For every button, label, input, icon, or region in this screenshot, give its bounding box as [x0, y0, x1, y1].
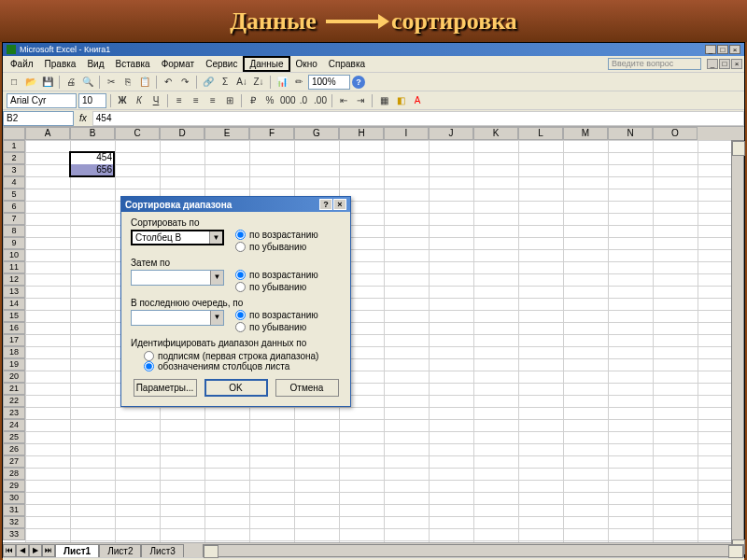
sheet-tab-1[interactable]: Лист1 [55, 544, 99, 557]
col-header[interactable]: B [70, 127, 115, 140]
col-header[interactable]: A [25, 127, 70, 140]
chart-icon[interactable]: 📊 [275, 75, 289, 90]
comma-icon[interactable]: 000 [279, 93, 294, 108]
row-header[interactable]: 17 [3, 334, 25, 346]
row-header[interactable]: 4 [3, 176, 25, 189]
row-header[interactable]: 23 [3, 407, 25, 419]
row-header[interactable]: 32 [3, 516, 25, 528]
row-header[interactable]: 2 [3, 152, 25, 164]
undo-icon[interactable]: ↶ [161, 75, 176, 90]
align-center-icon[interactable]: ≡ [189, 93, 204, 108]
row-header[interactable]: 8 [3, 225, 25, 237]
sort-asc-icon[interactable]: A↓ [234, 75, 249, 90]
row-header[interactable]: 7 [3, 213, 25, 225]
spreadsheet-grid[interactable]: A B C D E F G H I J K L M N O 1234567891… [3, 127, 744, 542]
row-header[interactable]: 27 [3, 455, 25, 468]
ok-button[interactable]: OK [204, 379, 268, 397]
row-header[interactable]: 12 [3, 273, 25, 286]
maximize-button[interactable]: □ [717, 45, 728, 54]
sort3-desc-radio[interactable]: по убыванию [235, 322, 318, 332]
row-header[interactable]: 30 [3, 492, 25, 504]
close-button[interactable]: × [729, 45, 740, 54]
menu-window[interactable]: Окно [290, 57, 323, 71]
help-icon[interactable]: ? [352, 76, 365, 89]
inc-decimal-icon[interactable]: .0 [296, 93, 311, 108]
sort1-desc-radio[interactable]: по убыванию [235, 242, 318, 252]
menu-help[interactable]: Справка [323, 57, 371, 71]
horizontal-scrollbar[interactable] [203, 544, 744, 557]
paste-icon[interactable]: 📋 [137, 75, 152, 90]
dialog-title-bar[interactable]: Сортировка диапазона ? × [121, 197, 350, 212]
col-header[interactable]: E [204, 127, 249, 140]
col-header[interactable]: N [608, 127, 653, 140]
row-header[interactable]: 20 [3, 371, 25, 383]
col-header[interactable]: G [294, 127, 339, 140]
dialog-close-button[interactable]: × [333, 199, 346, 210]
font-size-combo[interactable]: 10 [78, 93, 106, 108]
formula-bar[interactable]: 454 [92, 111, 744, 126]
print-icon[interactable]: 🖨 [63, 75, 78, 90]
font-combo[interactable]: Arial Cyr [7, 93, 77, 108]
sort-by-combo[interactable]: Столбец B▼ [131, 230, 224, 245]
select-all-corner[interactable] [3, 127, 25, 140]
row-header[interactable]: 29 [3, 480, 25, 492]
col-header[interactable]: C [115, 127, 160, 140]
params-button[interactable]: Параметры... [134, 379, 197, 397]
row-header[interactable]: 28 [3, 468, 25, 480]
col-header[interactable]: D [160, 127, 204, 140]
row-header[interactable]: 16 [3, 322, 25, 334]
copy-icon[interactable]: ⎘ [120, 75, 135, 90]
row-header[interactable]: 3 [3, 164, 25, 176]
link-icon[interactable]: 🔗 [201, 75, 216, 90]
open-icon[interactable]: 📂 [23, 75, 38, 90]
row-header[interactable]: 24 [3, 419, 25, 431]
new-icon[interactable]: □ [7, 75, 21, 90]
then-by-combo[interactable]: ▼ [131, 270, 224, 286]
tab-first-icon[interactable]: ⏮ [3, 544, 16, 557]
fill-color-icon[interactable]: ◧ [393, 93, 408, 108]
sort-desc-icon[interactable]: Z↓ [251, 75, 266, 90]
minimize-button[interactable]: _ [705, 45, 716, 54]
row-header[interactable]: 26 [3, 443, 25, 455]
indent-dec-icon[interactable]: ⇤ [336, 93, 351, 108]
redo-icon[interactable]: ↷ [177, 75, 192, 90]
indent-inc-icon[interactable]: ⇥ [353, 93, 368, 108]
chevron-down-icon[interactable]: ▼ [210, 271, 223, 285]
row-header[interactable]: 13 [3, 286, 25, 298]
preview-icon[interactable]: 🔍 [80, 75, 95, 90]
sort2-asc-radio[interactable]: по возрастанию [235, 270, 318, 280]
sheet-tab-3[interactable]: Лист3 [141, 544, 183, 557]
menu-tools[interactable]: Сервис [200, 57, 243, 71]
row-header[interactable]: 14 [3, 298, 25, 310]
tab-prev-icon[interactable]: ◀ [16, 544, 29, 557]
col-header[interactable]: O [653, 127, 698, 140]
dec-decimal-icon[interactable]: .00 [313, 93, 328, 108]
col-header[interactable]: L [518, 127, 563, 140]
menu-edit[interactable]: Правка [39, 57, 82, 71]
doc-restore[interactable]: □ [719, 59, 730, 69]
row-header[interactable]: 19 [3, 358, 25, 371]
cancel-button[interactable]: Отмена [275, 379, 339, 397]
row-header[interactable]: 5 [3, 189, 25, 201]
tab-next-icon[interactable]: ▶ [29, 544, 42, 557]
row-header[interactable]: 18 [3, 346, 25, 358]
col-header[interactable]: H [339, 127, 384, 140]
menu-view[interactable]: Вид [81, 57, 109, 71]
headers-radio[interactable]: подписям (первая строка диапазона) [144, 351, 341, 361]
sum-icon[interactable]: Σ [218, 75, 233, 90]
row-header[interactable]: 22 [3, 395, 25, 407]
row-header[interactable]: 11 [3, 261, 25, 273]
row-header[interactable]: 1 [3, 140, 25, 152]
font-color-icon[interactable]: A [410, 93, 425, 108]
row-header[interactable]: 21 [3, 383, 25, 395]
chevron-down-icon[interactable]: ▼ [209, 231, 222, 244]
borders-icon[interactable]: ▦ [376, 93, 391, 108]
chevron-down-icon[interactable]: ▼ [210, 311, 223, 325]
cut-icon[interactable]: ✂ [104, 75, 119, 90]
align-left-icon[interactable]: ≡ [172, 93, 187, 108]
col-header[interactable]: I [384, 127, 429, 140]
doc-close[interactable]: × [731, 59, 742, 69]
doc-minimize[interactable]: _ [707, 59, 718, 69]
menu-data[interactable]: Данные [243, 56, 289, 72]
sort3-asc-radio[interactable]: по возрастанию [235, 310, 318, 320]
